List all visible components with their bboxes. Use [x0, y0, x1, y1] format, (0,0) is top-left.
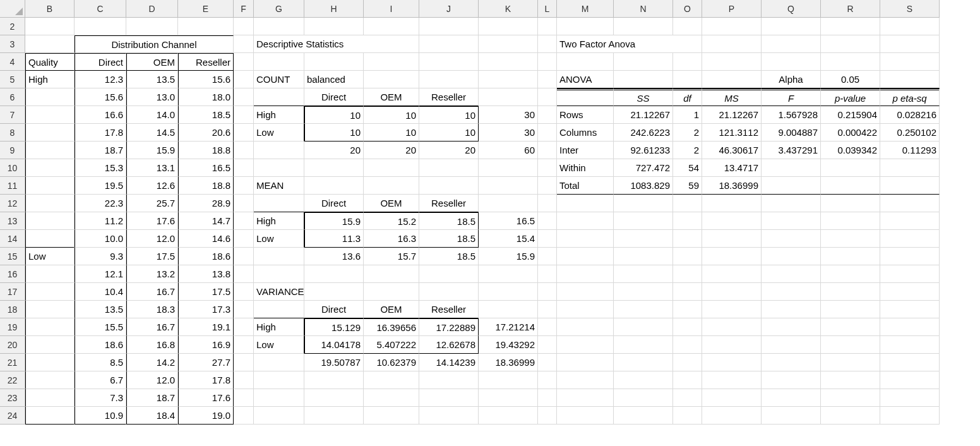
- cell[interactable]: 16.3: [364, 230, 419, 248]
- cell[interactable]: [880, 301, 940, 318]
- cell[interactable]: [25, 407, 75, 425]
- cell[interactable]: 12.0: [126, 371, 178, 389]
- cell[interactable]: [557, 248, 614, 265]
- cell[interactable]: 18.5: [419, 248, 479, 265]
- cell[interactable]: [762, 389, 821, 407]
- cell[interactable]: [538, 318, 557, 336]
- cell[interactable]: [762, 35, 821, 53]
- cell[interactable]: [304, 283, 364, 301]
- cell[interactable]: [557, 407, 614, 425]
- row-hdr-6[interactable]: 6: [0, 88, 25, 106]
- cell[interactable]: 10: [364, 124, 419, 142]
- cell[interactable]: [762, 248, 821, 265]
- hdr-oem[interactable]: OEM: [126, 53, 178, 71]
- cell[interactable]: [880, 35, 940, 53]
- anova-hdr-ms[interactable]: MS: [702, 88, 762, 106]
- cell[interactable]: [234, 336, 254, 354]
- cell[interactable]: [614, 18, 673, 35]
- cell[interactable]: [234, 212, 254, 230]
- cell[interactable]: 15.9: [479, 248, 538, 265]
- cell[interactable]: 20: [419, 142, 479, 159]
- cell[interactable]: [234, 88, 254, 106]
- cell[interactable]: [304, 371, 364, 389]
- cell[interactable]: 13.4717: [702, 159, 762, 177]
- row-hdr-4[interactable]: 4: [0, 53, 25, 71]
- cell[interactable]: 15.4: [479, 230, 538, 248]
- cell[interactable]: 15.9: [126, 142, 178, 159]
- cell[interactable]: [762, 177, 821, 195]
- cell[interactable]: 21.12267: [702, 106, 762, 124]
- cell[interactable]: [538, 283, 557, 301]
- cell[interactable]: 727.472: [614, 159, 673, 177]
- cell[interactable]: [538, 159, 557, 177]
- cell[interactable]: [234, 53, 254, 71]
- cell[interactable]: [25, 124, 75, 142]
- row-hdr-22[interactable]: 22: [0, 371, 25, 389]
- cell[interactable]: [419, 371, 479, 389]
- anova-columns-label[interactable]: Columns: [557, 124, 614, 142]
- cell[interactable]: [762, 354, 821, 371]
- hdr-reseller[interactable]: Reseller: [178, 53, 234, 71]
- cell[interactable]: [673, 407, 702, 425]
- cell[interactable]: [304, 407, 364, 425]
- cell[interactable]: [538, 18, 557, 35]
- cell[interactable]: 11.3: [304, 230, 364, 248]
- cell[interactable]: [254, 389, 304, 407]
- cell[interactable]: [880, 318, 940, 336]
- cell[interactable]: [880, 371, 940, 389]
- cell[interactable]: 18.7: [75, 142, 126, 159]
- cell[interactable]: [364, 18, 419, 35]
- cell[interactable]: [821, 265, 880, 283]
- cell[interactable]: 17.6: [126, 212, 178, 230]
- cell[interactable]: [821, 177, 880, 195]
- cell[interactable]: [673, 354, 702, 371]
- cell[interactable]: [702, 336, 762, 354]
- cell[interactable]: 1: [673, 106, 702, 124]
- row-hdr-7[interactable]: 7: [0, 106, 25, 124]
- cell[interactable]: [821, 407, 880, 425]
- anova-inter-label[interactable]: Inter: [557, 142, 614, 159]
- cell[interactable]: 18.4: [126, 407, 178, 425]
- cell[interactable]: [479, 407, 538, 425]
- cell[interactable]: [234, 371, 254, 389]
- cell[interactable]: 17.6: [178, 389, 234, 407]
- cell[interactable]: [557, 318, 614, 336]
- cell[interactable]: 13.5: [75, 301, 126, 318]
- cell[interactable]: 2: [673, 142, 702, 159]
- cell[interactable]: [364, 407, 419, 425]
- cell[interactable]: [419, 407, 479, 425]
- cell[interactable]: [557, 389, 614, 407]
- cell[interactable]: [419, 265, 479, 283]
- cell[interactable]: 21.12267: [614, 106, 673, 124]
- cell[interactable]: [538, 195, 557, 212]
- cell[interactable]: [614, 195, 673, 212]
- cell[interactable]: 19.0: [178, 407, 234, 425]
- cell[interactable]: [538, 248, 557, 265]
- cell[interactable]: [479, 18, 538, 35]
- var-hdr-direct[interactable]: Direct: [304, 301, 364, 318]
- cell[interactable]: 14.0: [126, 106, 178, 124]
- cell[interactable]: [614, 407, 673, 425]
- cell[interactable]: [762, 53, 821, 71]
- cell[interactable]: [762, 195, 821, 212]
- cell[interactable]: [538, 389, 557, 407]
- cell[interactable]: 18.5: [419, 230, 479, 248]
- col-hdr-B[interactable]: B: [25, 0, 75, 18]
- cell[interactable]: 14.04178: [304, 336, 364, 354]
- cell[interactable]: 16.5: [178, 159, 234, 177]
- cell[interactable]: 1083.829: [614, 177, 673, 195]
- cell[interactable]: 17.8: [75, 124, 126, 142]
- cell[interactable]: [479, 371, 538, 389]
- cell[interactable]: [364, 265, 419, 283]
- cell[interactable]: [254, 53, 304, 71]
- cell[interactable]: 15.6: [178, 71, 234, 88]
- col-hdr-E[interactable]: E: [178, 0, 234, 18]
- col-hdr-S[interactable]: S: [880, 0, 940, 18]
- cell[interactable]: [821, 248, 880, 265]
- quality-high[interactable]: High: [25, 71, 75, 88]
- cell[interactable]: [419, 177, 479, 195]
- cell[interactable]: [178, 18, 234, 35]
- row-hdr-14[interactable]: 14: [0, 230, 25, 248]
- cell[interactable]: 16.5: [479, 212, 538, 230]
- cell[interactable]: [557, 195, 614, 212]
